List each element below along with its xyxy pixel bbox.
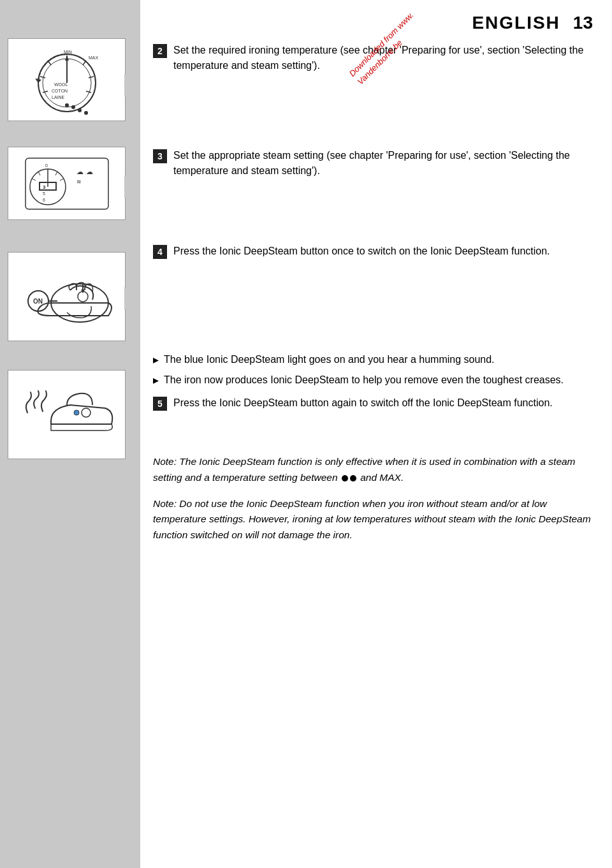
svg-point-44 xyxy=(82,408,91,417)
bullet-triangle-1: ▸ xyxy=(153,353,159,367)
bullet-triangle-2: ▸ xyxy=(153,373,159,387)
svg-text:0: 0 xyxy=(45,163,48,168)
steam-puff-icon xyxy=(16,373,118,456)
arrow-1 xyxy=(124,73,138,96)
svg-text:MAX: MAX xyxy=(89,55,99,60)
svg-point-19 xyxy=(78,108,82,112)
steam-dial-icon: 0 3 5 6 ☁ ☁ ≋ xyxy=(19,152,115,216)
svg-text:6: 6 xyxy=(43,198,45,202)
svg-text:5: 5 xyxy=(43,191,45,196)
step-4-badge: 4 xyxy=(153,245,167,259)
image-box-1: MIN MAX WOOL COTON LAINE xyxy=(8,38,126,121)
svg-text:MIN: MIN xyxy=(64,50,72,54)
svg-point-17 xyxy=(65,103,69,107)
svg-text:☁: ☁ xyxy=(86,168,93,175)
svg-line-3 xyxy=(83,61,86,65)
arrow-2 xyxy=(124,175,138,198)
svg-line-27 xyxy=(32,179,36,180)
bullet-item-1: ▸ The blue Ionic DeepSteam light goes on… xyxy=(153,352,593,367)
dot-1 xyxy=(342,475,348,482)
note-1: Note: The Ionic DeepSteam function is on… xyxy=(153,454,593,486)
image-box-3: ON xyxy=(8,252,126,341)
svg-text:LAINE: LAINE xyxy=(52,95,65,99)
step-5-section: 5 Press the Ionic DeepSteam button again… xyxy=(153,395,593,411)
svg-text:☁: ☁ xyxy=(76,168,84,175)
on-button-icon: ON xyxy=(16,255,118,338)
dot-2 xyxy=(350,475,356,482)
dial-icon: MIN MAX WOOL COTON LAINE xyxy=(16,41,118,118)
svg-marker-16 xyxy=(35,78,41,83)
step-4-section: 4 Press the Ionic DeepSteam button once … xyxy=(153,240,593,330)
svg-point-18 xyxy=(71,105,75,109)
step-4-text: Press the Ionic DeepSteam button once to… xyxy=(173,244,550,259)
step-3-badge: 3 xyxy=(153,149,167,163)
left-sidebar: MIN MAX WOOL COTON LAINE xyxy=(0,0,140,868)
svg-line-4 xyxy=(89,77,94,78)
arrow-3 xyxy=(124,287,138,310)
step-2-badge: 2 xyxy=(153,44,167,58)
svg-line-8 xyxy=(86,91,91,92)
note-1-after: and MAX. xyxy=(358,472,404,483)
svg-point-45 xyxy=(74,410,79,415)
bullets-section: ▸ The blue Ionic DeepSteam light goes on… xyxy=(153,352,593,441)
bullet-text-2: The iron now produces Ionic DeepSteam to… xyxy=(164,372,564,388)
step-5-text: Press the Ionic DeepSteam button again t… xyxy=(173,395,553,411)
image-box-4 xyxy=(8,370,126,459)
svg-text:3: 3 xyxy=(43,184,46,190)
svg-text:≋: ≋ xyxy=(76,179,82,185)
svg-text:WOOL: WOOL xyxy=(54,82,68,87)
page-title: ENGLISH xyxy=(472,13,560,33)
main-content: Downloaded from www. Vandenborre.be ENGL… xyxy=(140,0,612,868)
image-box-2: 0 3 5 6 ☁ ☁ ≋ xyxy=(8,147,126,220)
bullet-text-1: The blue Ionic DeepSteam light goes on a… xyxy=(164,352,495,367)
note-dots xyxy=(342,475,356,482)
svg-line-6 xyxy=(40,77,45,78)
page-number: 13 xyxy=(573,13,593,33)
svg-line-25 xyxy=(60,179,64,180)
step-5-badge: 5 xyxy=(153,397,167,411)
svg-text:COTON: COTON xyxy=(52,89,68,93)
svg-text:ON: ON xyxy=(33,298,43,305)
svg-marker-15 xyxy=(65,55,69,61)
header: Downloaded from www. Vandenborre.be ENGL… xyxy=(153,13,593,33)
svg-line-7 xyxy=(43,91,48,92)
step-3-section: 3 Set the appropriate steam setting (see… xyxy=(153,145,593,218)
note-2-text: Note: Do not use the Ionic DeepSteam fun… xyxy=(153,498,591,541)
svg-line-26 xyxy=(38,172,40,175)
svg-line-24 xyxy=(55,172,57,175)
step-3-text: Set the appropriate steam setting (see c… xyxy=(173,148,593,179)
note-2: Note: Do not use the Ionic DeepSteam fun… xyxy=(153,496,593,543)
svg-point-20 xyxy=(84,111,88,115)
bullet-item-2: ▸ The iron now produces Ionic DeepSteam … xyxy=(153,372,593,388)
